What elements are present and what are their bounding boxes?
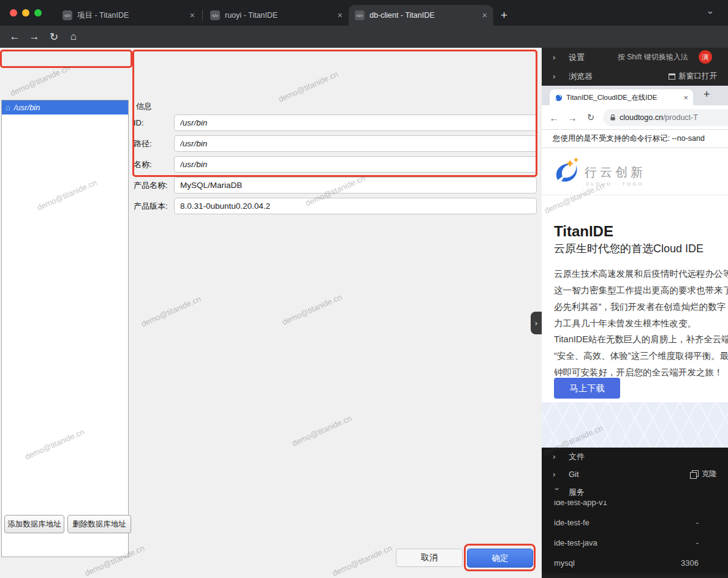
tab-separator (202, 10, 203, 21)
clone-label: 克隆 (702, 469, 717, 479)
intro-paragraph: 云原生技术高速发展和后疫情时代远程办公等 这一智力密集型工作提出更高的要求也带来… (554, 266, 728, 332)
delete-database-button[interactable]: 删除数据库地址 (67, 515, 131, 533)
service-port: - (696, 538, 699, 547)
paragraph-line: 这一智力密集型工作提出更高的要求也带来了 (554, 282, 728, 299)
mini-browser-tabstrip: TitanIDE_CloudIDE_在线IDE (542, 86, 728, 105)
paragraph-line: 云原生技术高速发展和后疫情时代远程办公等 (554, 266, 728, 282)
mini-new-tab-button[interactable] (703, 88, 710, 101)
cloudtogo-logo-icon (552, 157, 581, 186)
titanide-favicon: </> (355, 10, 365, 20)
product-version-field[interactable] (174, 198, 537, 214)
chevron-down-icon (553, 488, 562, 497)
forward-button[interactable] (26, 28, 43, 45)
cancel-button[interactable]: 取消 (396, 549, 463, 567)
tab-db-client[interactable]: </> db-client - TitanIDE (349, 5, 493, 26)
ok-button[interactable]: 确定 (467, 549, 533, 568)
close-tab-icon[interactable] (482, 10, 487, 20)
id-field[interactable] (174, 114, 537, 131)
section-files[interactable]: 文件 (542, 448, 728, 465)
service-port: - (696, 518, 699, 527)
mini-reload-button[interactable] (583, 110, 598, 125)
close-tab-icon[interactable] (338, 10, 343, 20)
back-button[interactable] (6, 28, 23, 45)
webpage-pattern-background (542, 402, 728, 448)
name-label: 名称: (134, 159, 174, 170)
reload-button[interactable] (45, 28, 63, 45)
chevron-right-icon (535, 318, 537, 328)
services-list: ide-test-app-v1 ide-test-fe - ide-test-j… (542, 492, 728, 573)
service-name: ide-test-java (554, 538, 597, 547)
database-item-label: /usr/bin (14, 103, 40, 112)
form-row: 路径: (134, 135, 537, 152)
input-method-hint: 按 Shift 键切换输入法 (618, 52, 688, 62)
path-field[interactable] (174, 135, 537, 152)
mini-address-bar[interactable]: cloudtogo.cn/product-T (603, 109, 728, 126)
section-label: Git (569, 470, 579, 479)
settings-label: 设置 (569, 52, 585, 63)
name-field[interactable] (174, 156, 537, 173)
browser-row[interactable]: 浏览器 新窗口打开 (542, 67, 728, 86)
service-row[interactable]: mysql 3306 (542, 553, 728, 573)
paragraph-line: 力工具几十年未曾发生根本性改变。 (554, 315, 728, 332)
database-home-icon (6, 103, 10, 112)
service-name: ide-test-fe (554, 518, 590, 527)
demo-badge: 演 (699, 50, 712, 64)
close-window-button[interactable] (10, 9, 17, 17)
browser-label: 浏览器 (569, 71, 593, 82)
divider (542, 195, 728, 195)
product-name-field[interactable] (174, 177, 537, 193)
page-subtitle: 云原生时代您的首选Cloud IDE (554, 241, 703, 256)
product-version-label: 产品版本: (134, 201, 174, 212)
tab-ruoyi[interactable]: </> ruoyi - TitanIDE (204, 5, 349, 26)
window-titlebar: </> 项目 - TitanIDE </> ruoyi - TitanIDE <… (0, 0, 728, 26)
add-database-button[interactable]: 添加数据库地址 (4, 515, 64, 533)
tab-search-chevron-icon[interactable] (706, 11, 716, 14)
form-row: ID: (134, 114, 537, 131)
mini-browser-tab[interactable]: TitanIDE_CloudIDE_在线IDE (550, 89, 693, 105)
form-row: 产品版本: (134, 198, 537, 214)
panel-collapse-handle[interactable] (531, 312, 542, 334)
titanide-favicon: </> (63, 10, 72, 20)
tab-project[interactable]: </> 项目 - TitanIDE (56, 5, 201, 26)
chevron-right-icon (553, 72, 561, 81)
new-window-icon (669, 73, 675, 80)
browser-toolbar: try.titanide.cn/ide/web/coding/db-client… (0, 26, 728, 48)
form-row: 产品名称: (134, 177, 537, 193)
new-tab-button[interactable] (501, 9, 507, 22)
close-tab-icon[interactable] (190, 10, 195, 20)
section-git[interactable]: Git 克隆 (542, 465, 728, 483)
service-name: mysql (554, 558, 575, 568)
service-port: 3306 (681, 558, 699, 568)
database-list-panel (1, 100, 129, 557)
git-clone-button[interactable]: 克隆 (690, 469, 717, 479)
lock-icon (610, 114, 616, 121)
paragraph-line: TitanIDE站在无数巨人的肩膀上，补齐全云端 (554, 331, 728, 348)
paragraph-line: 必先利其器”，我们开发者在创造灿烂的数字 (554, 299, 728, 315)
db-client-page: /usr/bin 信息 ID: 路径: 名称: 产品名称: 产品版本: 添加数据… (0, 48, 542, 578)
section-services[interactable]: 服务 (542, 483, 728, 501)
paragraph-line: “安全、高效、体验”这三个维度取得平衡。最 (554, 348, 728, 364)
titanide-side-panel: 设置 按 Shift 键切换输入法 演 浏览器 新窗口打开 TitanIDE_C… (542, 48, 728, 578)
open-new-window-label: 新窗口打开 (679, 71, 718, 81)
service-row[interactable]: ide-test-java - (542, 533, 728, 553)
form-row: 名称: (134, 156, 537, 173)
open-new-window-button[interactable]: 新窗口打开 (669, 71, 718, 81)
home-button[interactable] (65, 28, 82, 45)
cloudtogo-favicon (555, 94, 563, 102)
value-paragraph: TitanIDE站在无数巨人的肩膀上，补齐全云端 “安全、高效、体验”这三个维度… (554, 331, 728, 381)
minimize-window-button[interactable] (22, 9, 29, 17)
mini-forward-button[interactable] (565, 110, 580, 125)
id-label: ID: (134, 118, 174, 127)
settings-row[interactable]: 设置 按 Shift 键切换输入法 演 (542, 48, 728, 67)
download-now-button[interactable]: 马上下载 (554, 378, 620, 399)
chevron-right-icon (553, 452, 561, 461)
brand-name: 行云创新 (585, 164, 646, 181)
mini-back-button[interactable] (547, 110, 561, 125)
maximize-window-button[interactable] (34, 9, 42, 17)
section-label: 服务 (569, 487, 585, 498)
close-tab-icon[interactable] (683, 93, 688, 102)
service-row[interactable]: ide-test-fe - (542, 512, 728, 533)
database-list-item-selected[interactable]: /usr/bin (2, 100, 128, 114)
path-label: 路径: (134, 138, 174, 149)
tab-strip: </> 项目 - TitanIDE </> ruoyi - TitanIDE <… (56, 5, 507, 26)
